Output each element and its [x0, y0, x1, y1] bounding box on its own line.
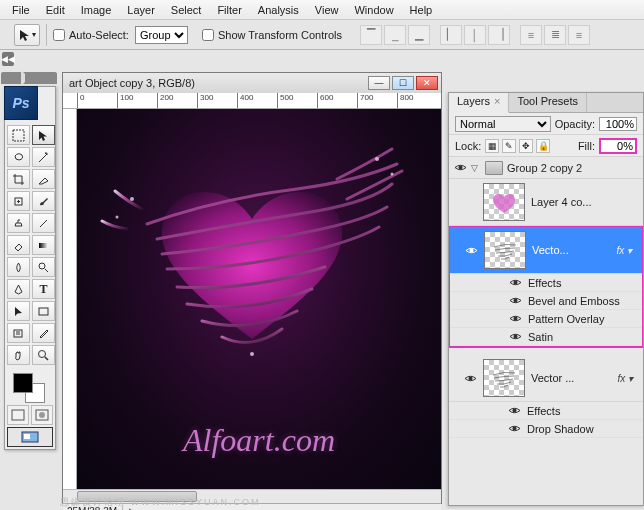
gradient-tool[interactable]: [32, 235, 55, 255]
menu-analysis[interactable]: Analysis: [250, 2, 307, 18]
layer-thumbnail[interactable]: [483, 183, 525, 221]
notes-tool[interactable]: [7, 323, 30, 343]
move-tool[interactable]: [32, 125, 55, 145]
tab-tool-presets[interactable]: Tool Presets: [509, 93, 587, 112]
show-transform-checkbox[interactable]: Show Transform Controls: [202, 29, 342, 41]
color-swatches[interactable]: [7, 369, 53, 403]
layer-thumbnail[interactable]: [483, 359, 525, 397]
eraser-tool[interactable]: [7, 235, 30, 255]
path-selection-tool[interactable]: [7, 301, 30, 321]
auto-select-dropdown[interactable]: Group: [135, 26, 188, 44]
lasso-tool[interactable]: [7, 147, 30, 167]
type-tool[interactable]: T: [32, 279, 55, 299]
canvas[interactable]: Alfoart.com: [77, 109, 441, 489]
align-left-icon[interactable]: ▏: [440, 25, 462, 45]
fill-input[interactable]: [599, 138, 637, 154]
marquee-tool[interactable]: [7, 125, 30, 145]
align-vcenter-icon[interactable]: ⎯: [384, 25, 406, 45]
foreground-color-swatch[interactable]: [13, 373, 33, 393]
distribute-vcenter-icon[interactable]: ≣: [544, 25, 566, 45]
collapse-icon[interactable]: ◀◀: [2, 52, 14, 66]
maximize-button[interactable]: ☐: [392, 76, 414, 90]
lock-all-icon[interactable]: 🔒: [536, 139, 550, 153]
align-top-icon[interactable]: ▔: [360, 25, 382, 45]
tab-layers[interactable]: Layers×: [449, 93, 509, 113]
effects-header[interactable]: Effects: [449, 402, 643, 420]
vertical-ruler[interactable]: [63, 109, 77, 489]
effects-header[interactable]: Effects: [450, 274, 642, 292]
lock-pixels-icon[interactable]: ✎: [502, 139, 516, 153]
align-bottom-icon[interactable]: ▁: [408, 25, 430, 45]
quickmask-mode-button[interactable]: [31, 405, 53, 425]
slice-tool[interactable]: [32, 169, 55, 189]
visibility-icon[interactable]: [508, 330, 522, 344]
visibility-icon[interactable]: [507, 422, 521, 436]
layer-row[interactable]: Vector ... fx ▾: [449, 355, 643, 402]
horizontal-ruler[interactable]: 0 100 200 300 400 500 600 700 800: [63, 93, 441, 109]
zoom-tool[interactable]: [32, 345, 55, 365]
menu-window[interactable]: Window: [346, 2, 401, 18]
menu-filter[interactable]: Filter: [209, 2, 249, 18]
layer-row[interactable]: Vecto... fx ▾: [450, 227, 642, 274]
layer-thumbnail[interactable]: [484, 231, 526, 269]
align-hcenter-icon[interactable]: │: [464, 25, 486, 45]
layer-name[interactable]: Layer 4 co...: [531, 196, 641, 208]
layer-name[interactable]: Vecto...: [532, 244, 610, 256]
pen-tool[interactable]: [7, 279, 30, 299]
tools-collapse-bar[interactable]: [1, 72, 57, 84]
menu-edit[interactable]: Edit: [38, 2, 73, 18]
layer-name[interactable]: Vector ...: [531, 372, 611, 384]
group-name[interactable]: Group 2 copy 2: [507, 162, 643, 174]
visibility-icon[interactable]: [508, 294, 522, 308]
effect-row[interactable]: Bevel and Emboss: [450, 292, 642, 310]
history-brush-tool[interactable]: [32, 213, 55, 233]
crop-tool[interactable]: [7, 169, 30, 189]
auto-select-input[interactable]: [53, 29, 65, 41]
menu-help[interactable]: Help: [402, 2, 441, 18]
eyedropper-tool[interactable]: [32, 323, 55, 343]
blend-mode-dropdown[interactable]: Normal: [455, 116, 551, 132]
opacity-input[interactable]: [599, 117, 637, 131]
visibility-icon[interactable]: [453, 161, 467, 175]
visibility-icon[interactable]: [508, 276, 522, 290]
blur-tool[interactable]: [7, 257, 30, 277]
auto-select-checkbox[interactable]: Auto-Select:: [53, 29, 129, 41]
screen-mode-button[interactable]: [7, 427, 53, 447]
lock-transparency-icon[interactable]: ▦: [485, 139, 499, 153]
effect-row[interactable]: Satin: [450, 328, 642, 346]
effect-row[interactable]: Pattern Overlay: [450, 310, 642, 328]
menu-layer[interactable]: Layer: [119, 2, 163, 18]
hand-tool[interactable]: [7, 345, 30, 365]
visibility-icon[interactable]: [464, 243, 478, 257]
clone-stamp-tool[interactable]: [7, 213, 30, 233]
dodge-tool[interactable]: [32, 257, 55, 277]
fx-badge[interactable]: fx ▾: [616, 245, 640, 256]
layer-group-row[interactable]: ▽ Group 2 copy 2: [449, 157, 643, 179]
standard-mode-button[interactable]: [7, 405, 29, 425]
minimize-button[interactable]: —: [368, 76, 390, 90]
distribute-bottom-icon[interactable]: ≡: [568, 25, 590, 45]
document-titlebar[interactable]: art Object copy 3, RGB/8) — ☐ ✕: [63, 73, 441, 93]
show-transform-input[interactable]: [202, 29, 214, 41]
menu-select[interactable]: Select: [163, 2, 210, 18]
layer-row[interactable]: Layer 4 co...: [449, 179, 643, 226]
menu-view[interactable]: View: [307, 2, 347, 18]
fx-badge[interactable]: fx ▾: [617, 373, 641, 384]
healing-brush-tool[interactable]: [7, 191, 30, 211]
menu-file[interactable]: File: [4, 2, 38, 18]
effect-row[interactable]: Drop Shadow: [449, 420, 643, 438]
lock-position-icon[interactable]: ✥: [519, 139, 533, 153]
visibility-icon[interactable]: [507, 404, 521, 418]
brush-tool[interactable]: [32, 191, 55, 211]
visibility-icon[interactable]: [463, 371, 477, 385]
close-icon[interactable]: ×: [494, 95, 500, 107]
shape-tool[interactable]: [32, 301, 55, 321]
expand-arrow-icon[interactable]: ▽: [471, 163, 481, 173]
distribute-top-icon[interactable]: ≡: [520, 25, 542, 45]
move-tool-icon[interactable]: ▾: [14, 24, 40, 46]
close-button[interactable]: ✕: [416, 76, 438, 90]
visibility-icon[interactable]: [508, 312, 522, 326]
magic-wand-tool[interactable]: [32, 147, 55, 167]
menu-image[interactable]: Image: [73, 2, 120, 18]
align-right-icon[interactable]: ▕: [488, 25, 510, 45]
